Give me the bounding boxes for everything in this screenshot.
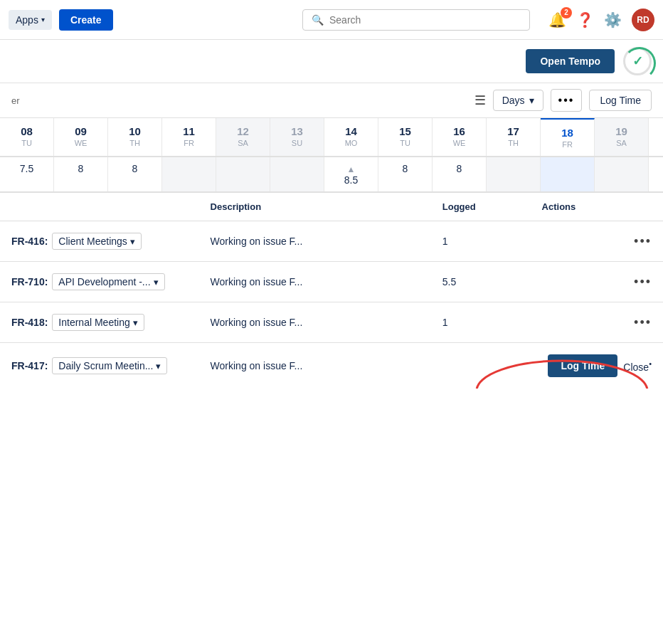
logged-value: 1 bbox=[442, 236, 448, 247]
hour-cell-11 bbox=[595, 157, 649, 191]
description-text: Working on issue F... bbox=[211, 360, 303, 371]
row-more-button[interactable]: ••• bbox=[634, 315, 652, 329]
day-label: TH bbox=[112, 139, 157, 147]
day-label: FR bbox=[166, 139, 211, 147]
hour-cell-9 bbox=[487, 157, 541, 191]
th-description: Description bbox=[199, 193, 431, 221]
calendar-day-18[interactable]: 18 FR bbox=[541, 118, 595, 156]
hour-cell-7: 8 bbox=[378, 157, 433, 191]
day-number: 11 bbox=[166, 125, 211, 137]
calendar-day-17[interactable]: 17 TH bbox=[487, 118, 541, 156]
description-text: Working on issue F... bbox=[211, 276, 303, 287]
day-label: MO bbox=[329, 139, 373, 147]
table-header: Description Logged Actions bbox=[0, 193, 663, 221]
calendar-day-14[interactable]: 14 MO bbox=[324, 118, 378, 156]
day-number: 12 bbox=[221, 125, 265, 137]
issue-title: Daily Scrum Meetin... bbox=[58, 360, 153, 371]
calendar-day-13[interactable]: 13 SU bbox=[270, 118, 324, 156]
calendar-day-15[interactable]: 15 TU bbox=[378, 118, 433, 156]
hamburger-icon[interactable]: ☰ bbox=[474, 93, 486, 108]
issue-dropdown-icon: ▾ bbox=[130, 236, 135, 247]
top-navigation: Apps ▾ Create 🔍 🔔 2 ❓ ⚙️ RD bbox=[0, 0, 663, 40]
day-number: 16 bbox=[437, 125, 482, 137]
calendar-day-09[interactable]: 09 WE bbox=[54, 118, 108, 156]
days-dropdown[interactable]: Days ▾ bbox=[493, 90, 543, 111]
nav-icons: 🔔 2 ❓ ⚙️ RD bbox=[548, 9, 654, 31]
table-row: FR-418: Internal Meeting ▾ Working on is… bbox=[0, 302, 663, 343]
issue-title: Client Meetings bbox=[58, 236, 127, 247]
logged-value: 5.5 bbox=[442, 276, 456, 287]
day-label: SA bbox=[599, 139, 644, 147]
calendar-day-12[interactable]: 12 SA bbox=[216, 118, 270, 156]
day-label: WE bbox=[437, 139, 482, 147]
time-entries-table: Description Logged Actions FR-416: Clien… bbox=[0, 193, 663, 389]
log-time-top-button[interactable]: Log Time bbox=[589, 90, 652, 111]
issue-key: FR-417: bbox=[11, 360, 48, 371]
hour-cell-10 bbox=[541, 157, 595, 191]
day-number: 18 bbox=[545, 127, 590, 139]
help-icon[interactable]: ❓ bbox=[576, 11, 594, 28]
arrow-indicator: ▲ bbox=[347, 164, 356, 174]
row-more-button[interactable]: ••• bbox=[634, 275, 652, 289]
calendar-strip: 08 TU09 WE10 TH11 FR12 SA13 SU14 MO15 TU… bbox=[0, 118, 663, 157]
day-number: 14 bbox=[329, 125, 373, 137]
row-more-button[interactable]: ••• bbox=[634, 234, 652, 248]
table-row: FR-710: API Development -... ▾ Working o… bbox=[0, 262, 663, 302]
day-number: 17 bbox=[491, 125, 536, 137]
issue-dropdown[interactable]: Internal Meeting ▾ bbox=[52, 314, 144, 331]
hour-cell-8: 8 bbox=[433, 157, 487, 191]
calendar-day-19[interactable]: 19 SA bbox=[595, 118, 649, 156]
hour-cell-3 bbox=[162, 157, 216, 191]
log-time-row-button[interactable]: Log Time bbox=[548, 354, 617, 377]
create-button[interactable]: Create bbox=[59, 9, 113, 31]
toolbar-row: er ☰ Days ▾ ••• Log Time bbox=[0, 83, 663, 118]
calendar-day-10[interactable]: 10 TH bbox=[108, 118, 162, 156]
calendar-day-08[interactable]: 08 TU bbox=[0, 118, 54, 156]
search-input[interactable] bbox=[329, 14, 521, 26]
check-icon: ✓ bbox=[632, 53, 643, 69]
settings-icon[interactable]: ⚙️ bbox=[604, 11, 622, 28]
more-button[interactable]: ••• bbox=[551, 89, 583, 112]
day-label: TU bbox=[4, 139, 49, 147]
main-table-wrapper: Description Logged Actions FR-416: Clien… bbox=[0, 193, 663, 389]
toolbar-left-label: er bbox=[11, 95, 20, 106]
issue-key: FR-710: bbox=[11, 276, 48, 287]
issue-dropdown[interactable]: Client Meetings ▾ bbox=[52, 233, 142, 250]
hour-cell-1: 8 bbox=[54, 157, 108, 191]
calendar-day-11[interactable]: 11 FR bbox=[162, 118, 216, 156]
apps-label: Apps bbox=[16, 14, 38, 26]
check-circle-button[interactable]: ✓ bbox=[623, 47, 652, 75]
open-tempo-button[interactable]: Open Tempo bbox=[526, 49, 615, 73]
day-number: 15 bbox=[383, 125, 428, 137]
day-label: FR bbox=[545, 140, 590, 149]
day-number: 10 bbox=[112, 125, 157, 137]
issue-dropdown[interactable]: API Development -... ▾ bbox=[52, 273, 164, 290]
search-box[interactable]: 🔍 bbox=[302, 9, 530, 31]
days-label: Days bbox=[502, 95, 525, 106]
logged-value: 1 bbox=[442, 317, 448, 328]
apps-button[interactable]: Apps ▾ bbox=[9, 10, 52, 30]
day-label: WE bbox=[58, 139, 103, 147]
hours-strip: 7.588▲8.588 bbox=[0, 157, 663, 193]
actions-cell: Log Time Close• bbox=[542, 354, 652, 377]
table-row: FR-417: Daily Scrum Meetin... ▾ Working … bbox=[0, 343, 663, 389]
issue-dropdown-icon: ▾ bbox=[133, 317, 138, 328]
issue-title: API Development -... bbox=[58, 276, 150, 287]
issue-cell: FR-417: Daily Scrum Meetin... ▾ bbox=[11, 357, 188, 374]
calendar-day-16[interactable]: 16 WE bbox=[433, 118, 487, 156]
th-actions: Actions bbox=[531, 193, 663, 221]
avatar[interactable]: RD bbox=[632, 9, 654, 31]
day-label: TU bbox=[383, 139, 428, 147]
description-text: Working on issue F... bbox=[211, 317, 303, 328]
issue-key: FR-416: bbox=[11, 236, 48, 247]
th-logged: Logged bbox=[431, 193, 531, 221]
notifications-button[interactable]: 🔔 2 bbox=[548, 11, 566, 28]
issue-cell: FR-710: API Development -... ▾ bbox=[11, 273, 188, 290]
issue-dropdown[interactable]: Daily Scrum Meetin... ▾ bbox=[52, 357, 167, 374]
hour-cell-2: 8 bbox=[108, 157, 162, 191]
second-row: Open Tempo ✓ bbox=[0, 40, 663, 83]
hour-cell-4 bbox=[216, 157, 270, 191]
issue-dropdown-icon: ▾ bbox=[156, 361, 161, 371]
notification-badge: 2 bbox=[561, 7, 572, 19]
close-row-button[interactable]: Close• bbox=[623, 359, 652, 373]
